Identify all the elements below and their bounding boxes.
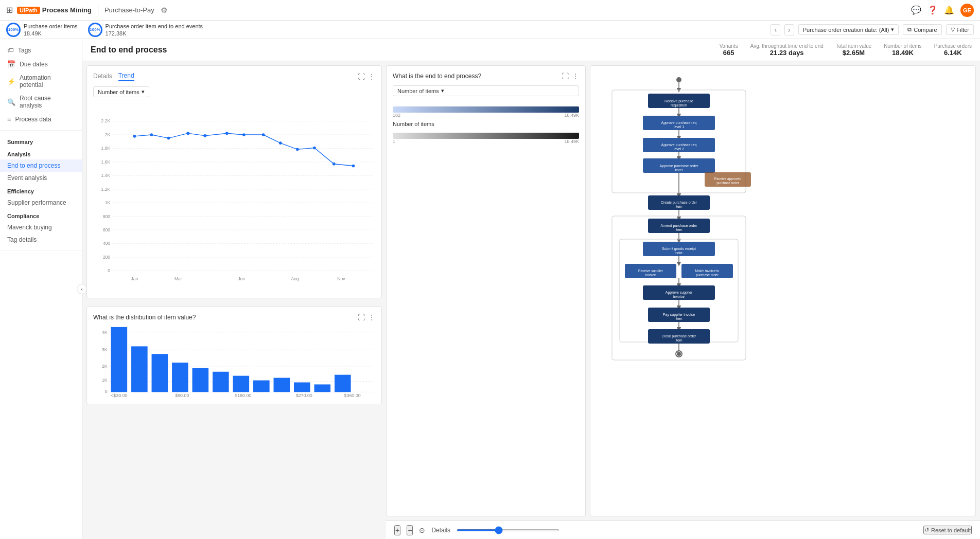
- legend1-max: 18.49K: [564, 113, 579, 118]
- svg-text:Close purchase order: Close purchase order: [662, 334, 697, 338]
- details-label: Details: [431, 527, 450, 534]
- nav-arrow-prev[interactable]: ‹: [771, 24, 780, 35]
- process-metric-dropdown[interactable]: Number of items ▾: [393, 85, 579, 96]
- settings-icon[interactable]: ⚙: [161, 6, 167, 15]
- sidebar-toggle[interactable]: ‹: [77, 284, 87, 294]
- svg-text:item: item: [675, 205, 682, 208]
- date-filter-btn[interactable]: Purchase order creation date: (All) ▾: [798, 24, 899, 35]
- kpi-circle-po: 100%: [6, 23, 21, 37]
- stat-total-value: Total item value $2.65M: [836, 43, 871, 57]
- tags-icon: 🏷: [7, 46, 14, 54]
- expand-icon[interactable]: ⛶: [358, 73, 365, 81]
- sidebar-item-supplier[interactable]: Supplier performance: [0, 196, 82, 209]
- svg-text:Approve supplier: Approve supplier: [666, 291, 693, 295]
- compare-button[interactable]: ⧉ Compare: [903, 24, 941, 35]
- dist-expand-icon[interactable]: ⛶: [358, 313, 365, 321]
- sidebar-label-due-dates: Due dates: [20, 61, 48, 68]
- brand-name: Process Mining: [42, 6, 92, 14]
- svg-rect-54: [152, 354, 168, 392]
- zoom-in-button[interactable]: +: [394, 525, 400, 535]
- right-panels: What is the end to end process? ⛶ ⋮ Numb…: [386, 61, 980, 539]
- sidebar-item-end-to-end[interactable]: End to end process: [0, 159, 82, 172]
- stat-throughput-label: Avg. throughput time end to end: [750, 43, 824, 49]
- tab-details[interactable]: Details: [93, 73, 112, 81]
- page-header: End to end process Variants 665 Avg. thr…: [82, 39, 980, 61]
- pq-more-icon[interactable]: ⋮: [572, 72, 579, 80]
- nav-arrow-next[interactable]: ›: [784, 24, 794, 35]
- reset-label: Reset to default: [931, 527, 971, 533]
- top-navigation: ⊞ UiPath Process Mining Purchase-to-Pay …: [0, 0, 980, 21]
- date-filter-label: Purchase order creation date: (All): [803, 27, 889, 33]
- svg-text:800: 800: [103, 214, 110, 219]
- kpi-bar: 100% Purchase order items 18.49K 100% Pu…: [0, 21, 980, 39]
- svg-text:level: level: [675, 168, 683, 172]
- svg-text:<$30.00: <$30.00: [111, 393, 127, 398]
- sidebar-label-process-data: Process data: [15, 116, 51, 123]
- reset-button[interactable]: ↺ Reset to default: [923, 526, 972, 534]
- distribution-header: What is the distribution of item value? …: [93, 313, 375, 321]
- svg-text:1.8K: 1.8K: [101, 146, 111, 151]
- stat-total-val: $2.65M: [836, 49, 871, 57]
- svg-text:Approve purchase req: Approve purchase req: [661, 121, 697, 125]
- svg-point-37: [279, 141, 282, 145]
- svg-rect-62: [314, 384, 331, 392]
- svg-rect-63: [335, 375, 351, 392]
- more-icon[interactable]: ⋮: [368, 73, 375, 81]
- trend-metric-chevron: ▾: [142, 88, 145, 95]
- sidebar-item-due-dates[interactable]: 📅 Due dates: [0, 57, 82, 71]
- trend-metric-dropdown[interactable]: Number of items ▾: [93, 86, 149, 97]
- sidebar-item-tags[interactable]: 🏷 Tags: [0, 43, 82, 57]
- sidebar-item-root-cause[interactable]: 🔍 Root cause analysis: [0, 92, 82, 112]
- details-slider[interactable]: [457, 529, 559, 531]
- svg-point-41: [352, 165, 355, 168]
- app-grid-icon[interactable]: ⊞: [6, 5, 13, 15]
- svg-rect-60: [274, 378, 290, 392]
- svg-text:$90.00: $90.00: [175, 393, 189, 398]
- svg-point-36: [262, 133, 265, 136]
- svg-text:Receive purchase: Receive purchase: [664, 99, 693, 103]
- target-icon[interactable]: ⊙: [419, 526, 425, 534]
- svg-text:0: 0: [108, 268, 110, 273]
- sidebar-label-root-cause: Root cause analysis: [20, 95, 75, 109]
- user-avatar[interactable]: GE: [960, 4, 974, 17]
- svg-text:Approve purchase order: Approve purchase order: [659, 164, 698, 168]
- svg-text:Jan: Jan: [131, 276, 138, 281]
- filter-button[interactable]: ▽ Filter: [946, 24, 974, 35]
- stat-po-value: 6.14K: [934, 49, 972, 57]
- svg-text:$270.00: $270.00: [296, 393, 312, 398]
- svg-rect-52: [111, 327, 128, 392]
- svg-text:0: 0: [105, 389, 108, 394]
- kpi-value-events: 172.38K: [106, 30, 203, 37]
- svg-rect-59: [253, 381, 270, 392]
- sidebar-item-tag-details[interactable]: Tag details: [0, 233, 82, 246]
- dist-more-icon[interactable]: ⋮: [368, 313, 375, 321]
- stat-po-label: Purchase orders: [934, 43, 972, 49]
- left-panel: Details Trend ⛶ ⋮ Number of items ▾: [82, 61, 386, 539]
- help-icon[interactable]: ❓: [927, 5, 938, 15]
- legend1-bar: [393, 106, 579, 113]
- sidebar-item-event-analysis[interactable]: Event analysis: [0, 172, 82, 184]
- svg-text:3K: 3K: [102, 347, 108, 352]
- sidebar-item-process-data[interactable]: ≡ Process data: [0, 112, 82, 126]
- tab-trend[interactable]: Trend: [118, 72, 134, 81]
- stat-items-label: Number of items: [884, 43, 921, 49]
- bell-icon[interactable]: 🔔: [944, 5, 954, 15]
- svg-text:Match invoice to: Match invoice to: [695, 269, 720, 273]
- svg-text:invoice: invoice: [645, 273, 656, 277]
- legend2-title: Number of items: [393, 121, 579, 127]
- svg-point-29: [133, 135, 136, 138]
- sidebar-item-automation[interactable]: ⚡ Automation potential: [0, 71, 82, 92]
- kpi-item-po: 100% Purchase order items 18.49K: [6, 23, 78, 37]
- chat-icon[interactable]: 💬: [911, 5, 921, 15]
- sidebar: ‹ 🏷 Tags 📅 Due dates ⚡ Automation potent…: [0, 39, 82, 539]
- content-area: End to end process Variants 665 Avg. thr…: [82, 39, 980, 539]
- process-data-icon: ≡: [7, 115, 11, 123]
- sidebar-item-maverick[interactable]: Maverick buying: [0, 221, 82, 233]
- pq-expand-icon[interactable]: ⛶: [562, 72, 569, 80]
- svg-point-125: [677, 352, 681, 356]
- zoom-out-button[interactable]: −: [407, 525, 413, 535]
- svg-rect-56: [192, 368, 209, 392]
- brand-badge: UiPath: [17, 7, 40, 14]
- trend-metric-label: Number of items: [98, 89, 139, 95]
- kpi-item-events: 100% Purchase order item end to end even…: [88, 23, 203, 37]
